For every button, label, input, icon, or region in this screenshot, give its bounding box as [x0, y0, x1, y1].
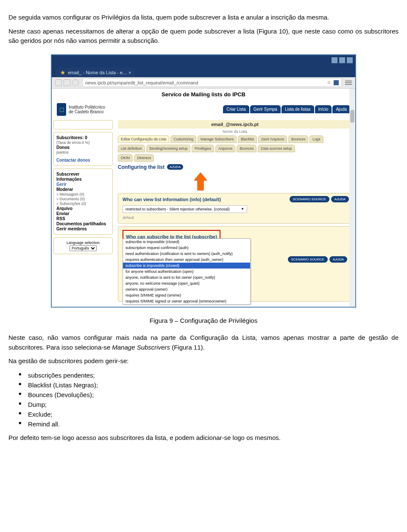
content-area: email_@news.ipcb.pt Nome da Lista Editar…	[114, 118, 355, 307]
maximize-icon[interactable]	[339, 57, 345, 63]
close-icon[interactable]	[347, 57, 353, 63]
nav-criar[interactable]: Criar Lista	[223, 105, 249, 113]
language-select[interactable]: Português	[70, 245, 97, 251]
card-info: SCENARIO SOURCE AJUDA Who can view list …	[118, 193, 352, 224]
language-panel: Language selection Português	[53, 237, 113, 254]
paragraph-5: Por defeito tem-se logo acesso aos subsc…	[8, 433, 399, 443]
nav-ajuda[interactable]: Ajuda	[332, 105, 350, 113]
annotation-arrow-icon	[194, 173, 207, 190]
sidebar-item[interactable]: Gerir membros	[56, 227, 110, 231]
sidebar-item[interactable]: Subscrever	[56, 172, 110, 176]
subscribe-dropdown-open[interactable]: subscribe is impossible (closed) subscri…	[123, 238, 251, 305]
scrollbar-thumb[interactable]	[350, 110, 354, 123]
scenario-badge[interactable]: SCENARIO SOURCE	[290, 196, 329, 202]
tab-arquivos[interactable]: Arquivos	[215, 145, 235, 152]
search-input[interactable]	[53, 120, 113, 129]
chevron-down-icon: ▼	[241, 207, 244, 211]
default-label: default	[123, 216, 347, 220]
bookmark-star-icon[interactable]: ☆	[327, 80, 331, 85]
contact-owners-link[interactable]: Contactar donos	[56, 158, 110, 162]
configuring-title: Configuring the list	[118, 164, 164, 170]
sidebar: Subscritores: 0 (Taxa de erros:0 %) Dono…	[52, 118, 114, 307]
browser-tabbar: email_ - Nome da Lista - e… ×	[52, 65, 355, 77]
reload-icon[interactable]	[72, 79, 79, 86]
tab-bounces2[interactable]: Bounces	[237, 145, 256, 152]
scenario-badge[interactable]: SCENARIO SOURCE	[288, 256, 328, 263]
url-text: news.ipcb.pt/sympa/edit_list_request/ema…	[85, 80, 198, 85]
tab-diversos[interactable]: Diversos	[134, 154, 154, 162]
tab-data-sources[interactable]: Data sources setup	[258, 145, 295, 152]
list-item: Blacklist (Listas Negras);	[28, 380, 399, 390]
url-input[interactable]: news.ipcb.pt/sympa/edit_list_request/ema…	[82, 78, 342, 87]
list-item: Bounces (Devoluções);	[28, 390, 399, 400]
list-name-label: Nome da Lista	[118, 129, 352, 134]
service-title: Servico de Mailing lists do IPCB	[162, 91, 245, 98]
tab-bounces[interactable]: Bounces	[288, 135, 308, 143]
tab-privilegios[interactable]: Privilégios	[192, 145, 214, 152]
help-badge[interactable]: AJUDA	[329, 256, 347, 263]
dropdown-option[interactable]: anyone, no welcome message (open_quiet)	[123, 280, 250, 286]
list-item: subscrições pendentes;	[28, 370, 399, 380]
intro-paragraph-2: Neste caso apenas necessitamos de altera…	[8, 27, 399, 46]
sidebar-item[interactable]: Arquivo	[56, 206, 110, 211]
sidebar-item[interactable]: Documentos partilhados	[56, 221, 110, 226]
dropdown-option[interactable]: requires authentication then owner appro…	[123, 257, 250, 263]
address-bar: news.ipcb.pt/sympa/edit_list_request/ema…	[52, 77, 355, 89]
dropdown-option-selected[interactable]: subscribe is impossible (closed)	[123, 263, 250, 269]
tab-dkim[interactable]: DKIM	[118, 154, 133, 162]
tab-manage-subscribers[interactable]: Manage Subscribers	[198, 135, 237, 143]
tab-sending[interactable]: Sending/receiving setup	[146, 145, 191, 152]
list-item: Exclude;	[28, 409, 399, 419]
nav-inicio[interactable]: Início	[315, 105, 332, 113]
svg-marker-1	[194, 173, 207, 190]
sidebar-item[interactable]: RSS	[56, 216, 110, 221]
tab-title: email_ - Nome da Lista - e… ×	[68, 70, 131, 75]
sidebar-item[interactable]: Informações	[56, 177, 110, 182]
paragraph-3: Neste caso, não vamos configurar mais na…	[8, 333, 399, 352]
back-icon[interactable]	[55, 79, 62, 86]
tab-list-definition[interactable]: List definition	[118, 145, 145, 152]
sidebar-item[interactable]: Enviar	[56, 211, 110, 216]
tab-editar[interactable]: Editar Configuração da Lista	[118, 135, 169, 143]
help-badge[interactable]: AJUDA	[167, 164, 183, 170]
intro-paragraph-1: De seguida vamos configurar os Privilégi…	[8, 13, 399, 22]
bullet-list: subscrições pendentes; Blacklist (Listas…	[8, 370, 399, 429]
institution-logo-icon: ⬚	[57, 103, 66, 116]
paragraph-4: Na gestão de subscritores podem gerir-se…	[8, 356, 399, 366]
dropdown-option[interactable]: anyone, notification is sent to list own…	[123, 274, 250, 280]
scrollbar[interactable]	[349, 89, 355, 307]
tab-customizing[interactable]: Customizing	[170, 135, 196, 143]
dropdown-option[interactable]: owners approval (owner)	[123, 286, 250, 292]
sidebar-subscribers: Subscritores: 0 (Taxa de erros:0 %) Dono…	[53, 132, 113, 166]
minimize-icon[interactable]	[332, 57, 337, 63]
info-dropdown[interactable]: restricted to subscribers - Silent rejec…	[123, 205, 247, 213]
admin-tabs-row1: Editar Configuração da Lista Customizing…	[118, 135, 352, 143]
figure-caption: Figura 9 – Configuração de Privilégios	[8, 316, 399, 326]
sidebar-actions: Subscrever Informações Gerir Moderar » M…	[53, 168, 113, 235]
fb-icon[interactable]	[334, 80, 339, 85]
forward-icon[interactable]	[64, 79, 70, 86]
dropdown-option[interactable]: subscribe is impossible (closed)	[123, 239, 250, 245]
nav-lista[interactable]: Lista de listas	[282, 105, 314, 113]
dropdown-option[interactable]: subscription request confirmed (auth)	[123, 245, 250, 251]
tab-logs[interactable]: Logs	[309, 135, 323, 143]
tab-gerir-arquivos[interactable]: Gerir Arquivos	[258, 135, 287, 143]
sidebar-item-gerir[interactable]: Gerir	[56, 182, 110, 187]
list-item: Dump;	[28, 400, 399, 409]
main-nav: Criar Lista Gerir Sympa Lista de listas …	[223, 105, 350, 113]
card-subscribe: SCENARIO SOURCE AJUDA Who can subscribe …	[118, 226, 352, 302]
favicon-star-icon	[60, 70, 65, 75]
dropdown-option[interactable]: for anyone without authentication (open)	[123, 269, 250, 274]
nav-gerir[interactable]: Gerir Sympa	[250, 105, 281, 113]
sidebar-item[interactable]: Moderar	[56, 187, 110, 192]
institution-name: Instituto Politécnico de Castelo Branco	[69, 105, 105, 114]
hamburger-icon[interactable]	[345, 80, 352, 86]
tab-blacklist[interactable]: Blacklist	[238, 135, 257, 143]
dropdown-option[interactable]: requires S/MIME signed or owner approval…	[123, 298, 250, 304]
svg-marker-0	[61, 70, 65, 75]
dropdown-option[interactable]: requires S/MIME signed (smime)	[123, 292, 250, 298]
admin-tabs-row2: List definition Sending/receiving setup …	[118, 145, 352, 152]
dropdown-option[interactable]: need authentication (notification is sen…	[123, 251, 250, 257]
browser-tab[interactable]: email_ - Nome da Lista - e… ×	[56, 68, 135, 77]
help-badge[interactable]: AJUDA	[331, 196, 349, 202]
